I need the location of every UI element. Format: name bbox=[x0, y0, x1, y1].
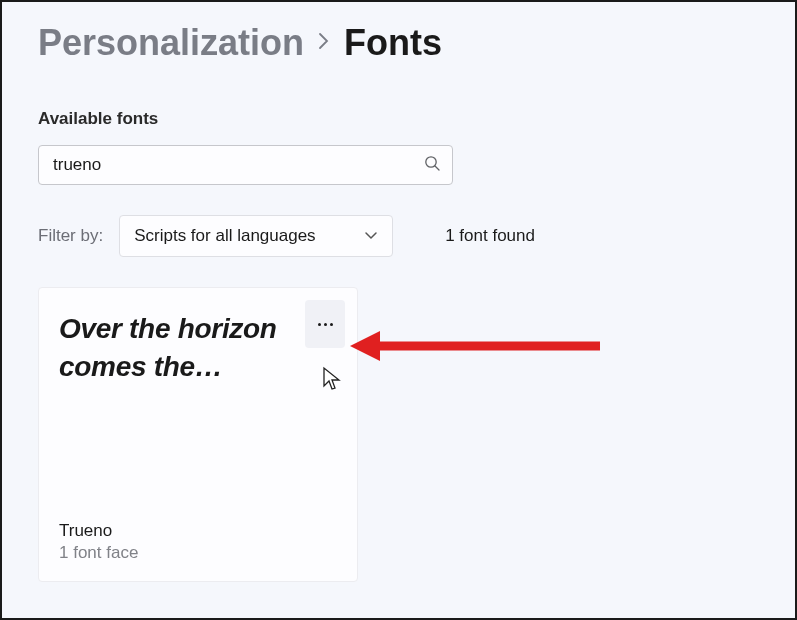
breadcrumb-parent[interactable]: Personalization bbox=[38, 22, 304, 64]
breadcrumb: Personalization Fonts bbox=[38, 22, 759, 64]
font-faces-count: 1 font face bbox=[59, 543, 337, 563]
font-preview-text: Over the horizon comes the… bbox=[59, 310, 299, 386]
font-name: Trueno bbox=[59, 521, 337, 541]
search-wrapper bbox=[38, 145, 453, 185]
font-card-footer: Trueno 1 font face bbox=[59, 521, 337, 563]
filter-row: Filter by: Scripts for all languages 1 f… bbox=[38, 215, 759, 257]
available-fonts-label: Available fonts bbox=[38, 109, 759, 129]
filter-label: Filter by: bbox=[38, 226, 103, 246]
more-options-button[interactable] bbox=[305, 300, 345, 348]
chevron-right-icon bbox=[318, 30, 330, 56]
font-card[interactable]: Over the horizon comes the… Trueno 1 fon… bbox=[38, 287, 358, 582]
filter-select[interactable]: Scripts for all languages bbox=[119, 215, 393, 257]
svg-line-1 bbox=[435, 166, 439, 170]
results-count: 1 font found bbox=[445, 226, 535, 246]
search-input[interactable] bbox=[38, 145, 453, 185]
filter-select-value: Scripts for all languages bbox=[134, 226, 315, 246]
more-icon bbox=[318, 323, 333, 326]
search-icon bbox=[424, 155, 440, 175]
chevron-down-icon bbox=[364, 227, 378, 245]
page-title: Fonts bbox=[344, 22, 442, 64]
